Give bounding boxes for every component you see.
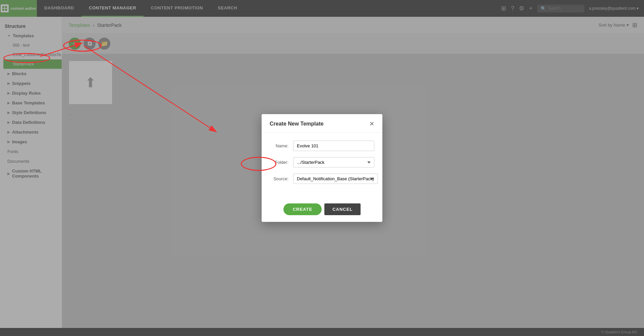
source-select[interactable]: Default_Notification_Base (StarterPack) xyxy=(293,174,378,184)
form-row-source: Source: Default_Notification_Base (Start… xyxy=(270,174,374,184)
modal-title: Create New Template xyxy=(270,121,324,127)
modal-body: Name: Folder: .../StarterPack Source: De… xyxy=(262,133,382,198)
create-button[interactable]: CREATE xyxy=(283,203,322,215)
folder-label: Folder: xyxy=(270,160,293,165)
modal-header: Create New Template ✕ xyxy=(262,114,382,133)
name-input[interactable] xyxy=(293,141,374,151)
create-template-modal: Create New Template ✕ Name: Folder: .../… xyxy=(262,114,382,222)
name-label: Name: xyxy=(270,143,293,148)
modal-close-button[interactable]: ✕ xyxy=(369,120,374,128)
folder-select[interactable]: .../StarterPack xyxy=(293,157,374,167)
form-row-name: Name: xyxy=(270,141,374,151)
cancel-button[interactable]: CANCEL xyxy=(324,203,361,215)
modal-footer: CREATE CANCEL xyxy=(262,198,382,222)
source-label: Source: xyxy=(270,176,293,181)
form-row-folder: Folder: .../StarterPack xyxy=(270,157,374,167)
modal-overlay: Create New Template ✕ Name: Folder: .../… xyxy=(0,0,644,336)
